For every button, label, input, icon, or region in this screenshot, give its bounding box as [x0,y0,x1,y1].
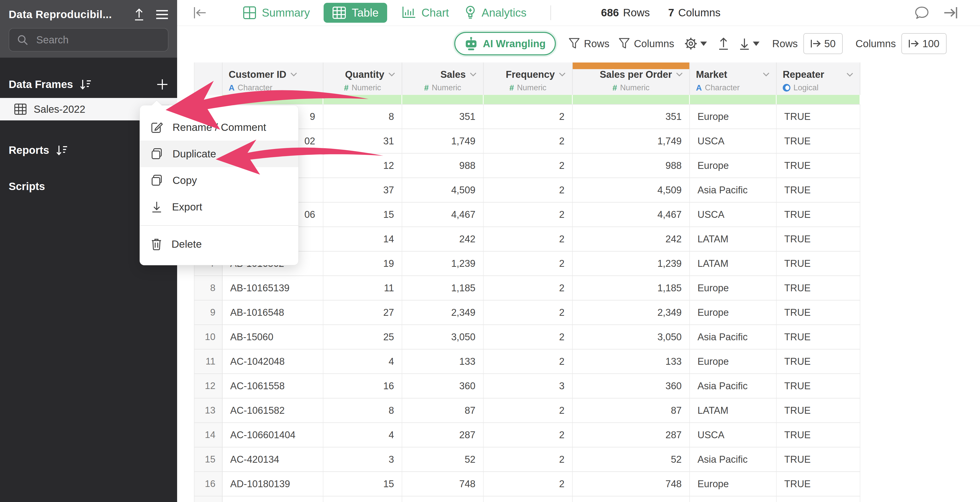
table-cell[interactable]: TRUE [776,374,860,399]
table-cell[interactable]: 2 [484,251,573,276]
table-cell[interactable]: TRUE [776,105,860,129]
table-cell[interactable]: 2,349 [573,300,690,325]
table-cell[interactable]: 4 [323,423,402,447]
table-cell[interactable]: 4 [323,349,402,374]
table-cell[interactable]: 1,239 [402,251,484,276]
sort-icon[interactable] [56,145,67,156]
table-cell[interactable]: 1,185 [402,276,484,300]
table-cell[interactable]: 133 [573,349,690,374]
table-cell[interactable]: 52 [573,447,690,472]
table-cell[interactable]: 8 [323,399,402,423]
table-cell[interactable]: 1,749 [573,129,690,154]
table-cell[interactable]: 87 [402,399,484,423]
search-input[interactable] [9,28,169,51]
table-cell[interactable]: 52 [402,447,484,472]
table-cell[interactable]: LATAM [690,251,776,276]
table-cell[interactable]: TRUE [776,349,860,374]
table-cell[interactable] [484,496,573,502]
table-cell[interactable]: Asia Pacific [690,178,776,203]
chevron-down-icon[interactable] [469,72,477,77]
table-cell[interactable]: 2 [484,423,573,447]
table-cell[interactable]: 351 [402,105,484,129]
table-cell[interactable]: TRUE [776,178,860,203]
table-cell[interactable]: Asia Pacific [690,374,776,399]
table-cell[interactable]: TRUE [776,276,860,300]
ai-wrangling-button[interactable]: AI Wrangling [454,32,556,56]
table-cell[interactable]: 27 [323,300,402,325]
table-cell[interactable]: TRUE [776,447,860,472]
table-cell[interactable]: USCA [690,129,776,154]
chevron-down-icon[interactable] [846,72,854,77]
table-cell[interactable]: 360 [573,374,690,399]
table-cell[interactable] [223,496,323,502]
table-cell[interactable]: Asia Pacific [690,447,776,472]
table-cell[interactable]: 3 [323,447,402,472]
table-cell[interactable]: 37 [323,178,402,203]
table-cell[interactable] [776,496,860,502]
sidebar-menu-icon[interactable] [156,10,169,20]
table-cell[interactable]: 2 [484,300,573,325]
table-settings-button[interactable] [684,37,707,51]
table-cell[interactable]: LATAM [690,399,776,423]
column-header-sales-per-order[interactable]: Sales per Order#Numeric [573,62,690,95]
table-cell[interactable]: Europe [690,300,776,325]
table-cell[interactable]: Europe [690,349,776,374]
table-cell[interactable]: 360 [402,374,484,399]
table-cell[interactable]: 988 [402,154,484,178]
table-cell[interactable]: TRUE [776,300,860,325]
table-cell[interactable]: 19 [323,251,402,276]
table-cell[interactable]: Europe [690,154,776,178]
table-cell[interactable]: 15 [323,472,402,496]
table-cell[interactable]: 2 [484,129,573,154]
tab-chart[interactable]: Chart [402,6,449,19]
table-cell[interactable]: 16 [323,374,402,399]
table-cell[interactable]: 4,467 [573,203,690,227]
table-cell[interactable]: 4,509 [402,178,484,203]
import-button[interactable] [718,37,729,50]
collapse-sidebar-icon[interactable] [193,6,207,19]
table-cell[interactable]: 1,749 [402,129,484,154]
table-cell[interactable]: 2 [484,399,573,423]
chevron-down-icon[interactable] [388,72,396,77]
table-cell[interactable]: 1,239 [573,251,690,276]
table-cell[interactable]: AB-1016548 [223,300,323,325]
column-header-repeater[interactable]: RepeaterLogical [776,62,860,95]
table-cell[interactable]: 242 [573,227,690,251]
column-header-market[interactable]: MarketACharacter [690,62,776,95]
table-cell[interactable]: Europe [690,276,776,300]
table-cell[interactable]: 3 [484,374,573,399]
export-button[interactable] [738,37,759,50]
table-cell[interactable]: 748 [573,472,690,496]
menu-item-export[interactable]: Export [140,194,298,220]
table-cell[interactable]: 2 [484,447,573,472]
table-cell[interactable]: 351 [573,105,690,129]
table-cell[interactable]: TRUE [776,154,860,178]
table-cell[interactable]: TRUE [776,472,860,496]
tab-table[interactable]: Table [324,3,387,23]
table-cell[interactable]: AB-15060 [223,325,323,349]
table-cell[interactable]: USCA [690,423,776,447]
table-cell[interactable]: TRUE [776,251,860,276]
table-cell[interactable]: TRUE [776,423,860,447]
table-cell[interactable]: 2 [484,325,573,349]
table-cell[interactable]: TRUE [776,227,860,251]
table-cell[interactable]: Asia Pacific [690,325,776,349]
table-cell[interactable]: 3,050 [402,325,484,349]
table-cell[interactable]: 287 [573,423,690,447]
table-cell[interactable]: TRUE [776,325,860,349]
chevron-down-icon[interactable] [676,72,683,77]
table-cell[interactable]: TRUE [776,399,860,423]
table-cell[interactable] [573,496,690,502]
table-cell[interactable]: 2 [484,105,573,129]
table-cell[interactable] [402,496,484,502]
rows-page-size[interactable]: 50 [803,33,843,54]
table-cell[interactable]: TRUE [776,129,860,154]
chevron-down-icon[interactable] [558,72,566,77]
table-cell[interactable]: 2 [484,349,573,374]
table-cell[interactable]: LATAM [690,227,776,251]
publish-icon[interactable] [133,8,145,21]
table-cell[interactable]: 4,509 [573,178,690,203]
table-cell[interactable]: 25 [323,325,402,349]
table-cell[interactable]: 2 [484,227,573,251]
table-cell[interactable]: 287 [402,423,484,447]
